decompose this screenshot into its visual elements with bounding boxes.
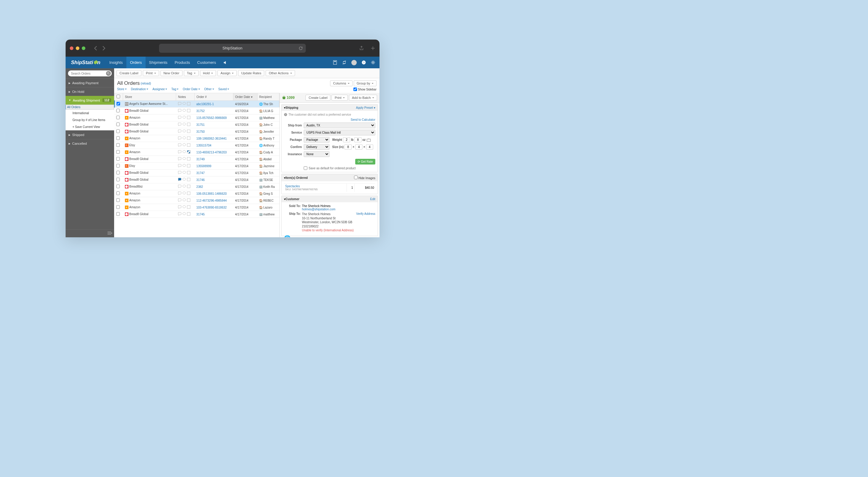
search-input[interactable] [68, 70, 112, 77]
weight-oz[interactable] [354, 137, 362, 142]
table-row[interactable]: aAmazon112-4673296-49858444/17/2014🏠REBE… [115, 197, 279, 204]
hide-images-check[interactable] [354, 176, 358, 179]
table-row[interactable]: ⬤Bread8 Global317504/17/2014🏠Jennifer [115, 128, 279, 135]
filter-store[interactable]: Store [117, 88, 127, 91]
back-icon[interactable] [94, 46, 98, 50]
calc-icon[interactable] [333, 60, 337, 65]
table-row[interactable]: ⬤Bread8 Global317514/17/2014🏠John C [115, 121, 279, 128]
min-dot[interactable] [76, 47, 80, 50]
shipfrom-select[interactable]: Austin, TX [304, 123, 375, 128]
help-icon[interactable]: ? [362, 60, 366, 65]
col-header[interactable]: Notes [176, 93, 195, 101]
table-row[interactable]: ⬤Bread8 Global317474/17/2014🏠Ilya Tch [115, 170, 279, 177]
pref-warning: ?The customer did not select a preferred… [284, 113, 375, 116]
filter-tag[interactable]: Tag [171, 88, 179, 91]
filter-order-date[interactable]: Order Date [183, 88, 200, 91]
announce-icon[interactable] [220, 57, 231, 68]
apply-preset-link[interactable]: Apply Preset ▾ [356, 106, 375, 109]
nav-shipments[interactable]: Shipments [146, 57, 171, 68]
sub-item[interactable]: International [66, 110, 114, 117]
table-row[interactable]: ⬤Bread8biz23824/17/2014🏢Keith Ra [115, 183, 279, 190]
gear-icon[interactable] [371, 60, 375, 65]
table-row[interactable]: ⬤Bread8 Global317524/17/2014🏠LILIA G [115, 108, 279, 115]
close-dot[interactable] [70, 47, 73, 50]
size-h[interactable] [366, 144, 373, 150]
detail-print[interactable]: Print [332, 95, 348, 101]
share-icon[interactable] [359, 46, 364, 51]
table-row[interactable]: EEtsy1355157044/17/2014🌐Anthony [115, 142, 279, 149]
filter-destination[interactable]: Destination [131, 88, 148, 91]
table-row[interactable]: ⬤Bread8 Global317464/17/2014🏢TEKSE [115, 177, 279, 183]
collapse-sidebar[interactable] [66, 229, 114, 237]
size-l[interactable] [344, 144, 352, 150]
table-row[interactable]: aAmazon103-4763890-65186324/17/2014🏠Laza… [115, 204, 279, 211]
refresh-icon[interactable] [299, 46, 303, 50]
svg-point-16 [183, 137, 186, 139]
nav-insights[interactable]: Insights [106, 57, 126, 68]
tool-new-order[interactable]: New Order [160, 70, 182, 76]
nav-orders[interactable]: Orders [126, 57, 146, 68]
confirm-select[interactable]: Delivery [304, 144, 330, 150]
weight-lb[interactable] [343, 137, 350, 142]
columns-button[interactable]: Columns [330, 80, 352, 86]
side-sec[interactable]: ▼ Awaiting Shipment112 [66, 96, 114, 105]
tool-assign[interactable]: Assign [217, 70, 237, 76]
show-sidebar-toggle[interactable]: Show Sidebar [353, 88, 376, 91]
tool-other-actions[interactable]: Other Actions [266, 70, 295, 76]
col-header[interactable]: Store [123, 93, 176, 101]
url-bar[interactable]: ShipStation [159, 44, 306, 53]
col-header[interactable]: Order # [195, 93, 233, 101]
send-to-calc-link[interactable]: Send to Calculator [351, 118, 375, 121]
save-default-check[interactable] [304, 166, 307, 170]
nav-customers[interactable]: Customers [193, 57, 220, 68]
filter-assignee[interactable]: Assignee [152, 88, 167, 91]
nav-products[interactable]: Products [171, 57, 193, 68]
side-sec[interactable]: ▶ On Hold [66, 87, 114, 96]
table-row[interactable]: EEtsy1355889994/17/2014🏠Jazmine [115, 163, 279, 170]
groupby-button[interactable]: Group by [354, 80, 376, 86]
newtab-icon[interactable] [371, 46, 375, 51]
col-header[interactable]: Recipient [257, 93, 279, 101]
side-sec[interactable]: ▶ Awaiting Payment [66, 79, 114, 87]
col-header[interactable] [115, 93, 123, 101]
side-sec[interactable]: ▶ Cancelled [66, 139, 114, 148]
package-select[interactable]: Package [304, 137, 330, 143]
detail-add-to-batch[interactable]: Add to Batch [349, 95, 377, 101]
filter-other[interactable]: Other [204, 88, 214, 91]
orders-table-wrap[interactable]: StoreNotesOrder #Order Date ▾Recipient S… [114, 93, 279, 237]
sub-item[interactable]: Group by # of Line Items [66, 117, 114, 123]
tool-tag[interactable]: Tag [184, 70, 198, 76]
search-icon[interactable] [106, 71, 111, 76]
side-sec[interactable]: ▶ Shipped [66, 130, 114, 139]
detail-create-label[interactable]: Create Label [306, 95, 330, 101]
get-rate-button[interactable]: ⟳ Get Rate [355, 159, 375, 165]
reload-link[interactable]: (reload) [141, 82, 151, 85]
tool-create-label[interactable]: Create Label [117, 70, 142, 76]
tool-update-rates[interactable]: Update Rates [238, 70, 264, 76]
table-row[interactable]: SSAngel's Super Awesome St...abc100291-1… [115, 101, 279, 108]
size-w[interactable] [355, 144, 363, 150]
filter-saved[interactable]: Saved [218, 88, 229, 91]
table-row[interactable]: aAmazon115-8576562-99866694/17/2014🏢Matt… [115, 115, 279, 121]
col-header[interactable]: Order Date ▾ [233, 93, 257, 101]
fwd-icon[interactable] [101, 46, 106, 50]
service-select[interactable]: USPS First Class Mail Intl [304, 130, 375, 136]
tool-hold[interactable]: Hold [200, 70, 216, 76]
tool-print[interactable]: Print [143, 70, 159, 76]
item-name[interactable]: Spectacles [285, 185, 300, 188]
table-row[interactable]: aAmazon108-1860062-36194414/17/2014🏠Rand… [115, 135, 279, 142]
table-row[interactable]: ⬤Bread8 Global317454/17/2014🏢matthew [115, 211, 279, 218]
table-row[interactable]: aAmazon106-0513881-14866204/17/2014🏠Greg… [115, 190, 279, 197]
verify-address-link[interactable]: Verify Address [356, 212, 375, 215]
sync-icon[interactable] [342, 60, 346, 65]
avatar[interactable] [351, 60, 357, 65]
edit-customer-link[interactable]: Edit [370, 198, 375, 201]
logo[interactable]: ShipStati✽n [66, 59, 106, 66]
table-row[interactable]: ⬤Bread8 Global317494/17/2014🏠Abdiel [115, 156, 279, 163]
scale-icon[interactable] [367, 138, 371, 142]
sub-item[interactable]: All Orders [66, 105, 114, 110]
insurance-select[interactable]: None [304, 151, 330, 157]
table-row[interactable]: aAmazon110-4659213-47962034/17/2014🏠Cody… [115, 149, 279, 156]
sub-item[interactable]: + Save Current View [66, 123, 114, 130]
max-dot[interactable] [82, 47, 85, 50]
